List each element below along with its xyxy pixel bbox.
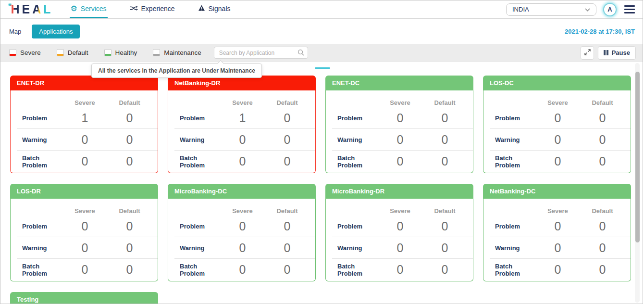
default-value: 0 <box>107 133 152 147</box>
shuffle-icon <box>130 5 138 13</box>
card-row: Problem00 <box>168 216 315 237</box>
card-body: Severe Default Problem10Warning00Batch P… <box>168 90 316 173</box>
card-columns-row: Severe Default <box>168 91 315 107</box>
default-value: 0 <box>265 154 310 168</box>
warning-triangle-icon <box>198 5 205 13</box>
legend-item-default[interactable]: Default <box>57 49 88 56</box>
severe-value: 0 <box>378 133 422 147</box>
card-row: Batch Problem00 <box>168 151 315 172</box>
cards-grid: ENET-DR Severe Default Problem10Warning0… <box>0 62 643 304</box>
carousel-indicator[interactable] <box>315 67 330 69</box>
card-title: ENET-DR <box>17 79 44 87</box>
default-value: 0 <box>107 263 152 277</box>
heal-logo[interactable]: * HEAL <box>7 0 53 18</box>
row-label: Batch Problem <box>483 154 535 169</box>
search-box <box>214 47 308 59</box>
menu-icon[interactable] <box>623 4 636 15</box>
nav-item-experience[interactable]: Experience <box>129 0 176 18</box>
application-card-netbanking-dr[interactable]: NetBanking-DR Severe Default Problem10Wa… <box>168 76 316 173</box>
default-value: 0 <box>107 154 152 168</box>
scrollbar-thumb[interactable] <box>635 72 640 242</box>
nav-item-signals[interactable]: Signals <box>197 0 232 18</box>
default-value: 0 <box>265 241 310 255</box>
legend-item-severe[interactable]: Severe <box>9 49 41 56</box>
maintenance-tooltip: All the services in the Application are … <box>91 64 262 78</box>
map-toggle[interactable]: Map <box>9 28 21 35</box>
applications-panel: ENET-DR Severe Default Problem10Warning0… <box>0 62 643 304</box>
card-row: Problem00 <box>483 107 631 129</box>
column-header-default: Default <box>422 207 467 215</box>
region-select[interactable]: INDIA <box>506 3 596 16</box>
card-row: Warning00 <box>483 237 631 259</box>
fullscreen-button[interactable] <box>581 46 594 60</box>
status-legend: Severe Default Healthy Maintenance <box>9 49 201 56</box>
legend-item-healthy[interactable]: Healthy <box>104 49 137 56</box>
pause-label: Pause <box>612 49 630 56</box>
column-header-severe: Severe <box>220 207 265 215</box>
row-label: Batch Problem <box>326 154 378 169</box>
row-label: Warning <box>483 244 535 252</box>
column-header-default: Default <box>107 207 152 215</box>
application-card-enet-dc[interactable]: ENET-DC Severe Default Problem00Warning0… <box>325 76 473 173</box>
avatar[interactable]: A <box>603 3 617 16</box>
row-label: Warning <box>326 136 378 143</box>
column-header-severe: Severe <box>535 207 580 215</box>
legend-item-maintenance[interactable]: Maintenance <box>153 49 201 56</box>
card-title: LOS-DC <box>490 79 514 87</box>
avatar-initial: A <box>607 6 612 13</box>
legend-label: Severe <box>20 49 41 56</box>
column-header-severe: Severe <box>535 99 580 106</box>
card-title: MicroBanking-DC <box>174 188 227 195</box>
card-row: Warning00 <box>483 129 631 151</box>
row-label: Batch Problem <box>168 154 220 169</box>
legend-swatch-icon <box>57 49 64 56</box>
application-card-testing[interactable]: Testing Severe Default Problem00Warning0… <box>10 292 158 304</box>
vertical-scrollbar[interactable] <box>635 63 640 303</box>
card-row: Batch Problem00 <box>483 259 631 280</box>
row-label: Warning <box>168 244 220 252</box>
row-label: Warning <box>11 244 62 252</box>
chevron-down-icon <box>585 6 590 13</box>
row-label: Warning <box>483 136 535 143</box>
card-title: MicroBanking-DR <box>332 188 384 195</box>
search-input[interactable] <box>214 47 308 59</box>
application-card-los-dr[interactable]: LOS-DR Severe Default Problem00Warning00… <box>10 184 158 281</box>
card-body: Severe Default Problem00Warning00Batch P… <box>483 199 631 281</box>
default-value: 0 <box>265 219 310 233</box>
logo-text: HEAL <box>11 3 53 15</box>
application-card-enet-dr[interactable]: ENET-DR Severe Default Problem10Warning0… <box>10 76 158 173</box>
application-card-netbanking-dc[interactable]: NetBanking-DC Severe Default Problem00Wa… <box>483 184 631 281</box>
application-card-microbanking-dc[interactable]: MicroBanking-DC Severe Default Problem00… <box>168 184 316 281</box>
nav-item-services[interactable]: ⚙ Services <box>70 0 108 18</box>
card-body: Severe Default Problem00Warning00Batch P… <box>325 90 473 173</box>
card-body: Severe Default Problem10Warning00Batch P… <box>10 90 158 173</box>
default-value: 0 <box>265 111 310 125</box>
default-value: 0 <box>422 219 467 233</box>
card-row: Problem00 <box>326 216 473 237</box>
timestamp: 2021-02-28 at 17:30, IST <box>565 28 635 35</box>
row-label: Batch Problem <box>11 263 62 277</box>
legend-swatch-icon <box>9 49 16 56</box>
row-label: Batch Problem <box>168 263 220 277</box>
row-label: Problem <box>11 223 62 230</box>
card-title: Testing <box>17 296 38 303</box>
pause-button[interactable]: Pause <box>598 46 636 60</box>
region-select-value: INDIA <box>512 6 529 13</box>
top-bar: * HEAL ⚙ Services Experience Signals IND… <box>0 0 643 19</box>
application-card-los-dc[interactable]: LOS-DC Severe Default Problem00Warning00… <box>483 76 631 173</box>
default-value: 0 <box>580 241 625 255</box>
card-row: Warning00 <box>11 237 158 259</box>
row-label: Warning <box>11 136 62 143</box>
applications-toggle[interactable]: Applications <box>32 25 80 38</box>
nav-label: Experience <box>141 5 175 13</box>
card-row: Batch Problem00 <box>326 151 473 172</box>
row-label: Batch Problem <box>11 154 62 169</box>
card-header: ENET-DC <box>325 76 473 90</box>
default-value: 0 <box>265 263 310 277</box>
legend-swatch-icon <box>153 49 160 56</box>
severe-value: 0 <box>535 219 580 233</box>
card-columns-row: Severe Default <box>483 200 631 216</box>
severe-value: 0 <box>535 154 580 168</box>
application-card-microbanking-dr[interactable]: MicroBanking-DR Severe Default Problem00… <box>325 184 473 281</box>
row-label: Warning <box>326 244 378 252</box>
